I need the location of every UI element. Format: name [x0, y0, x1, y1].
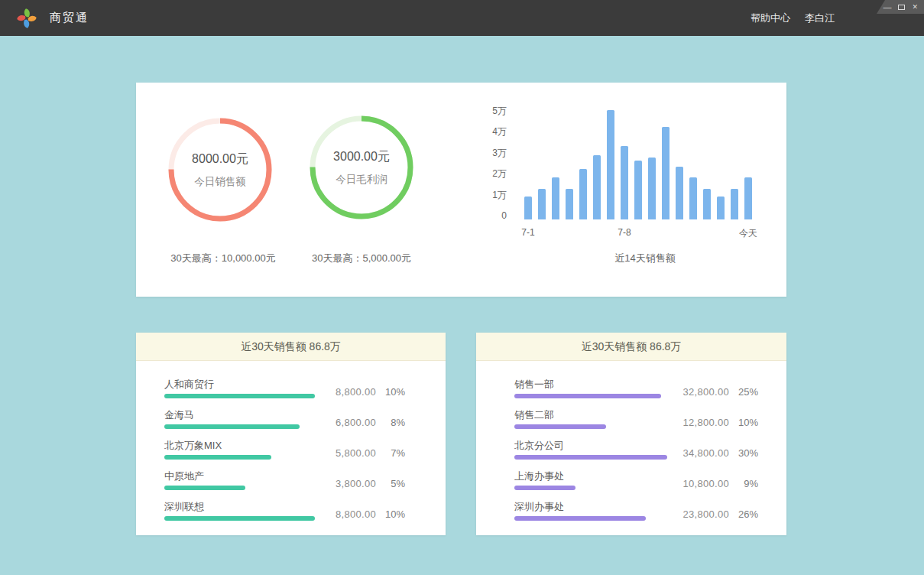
maximize-icon[interactable] — [898, 5, 905, 10]
rank-name: 上海办事处 — [514, 469, 564, 483]
rank-percent: 26% — [729, 508, 758, 521]
rank-bar — [164, 455, 271, 460]
rank-percent: 25% — [729, 386, 758, 398]
customer-rank-list: 人和商贸行8,800.0010%金海马6,800.008%北京万象MIX5,80… — [136, 361, 446, 530]
bar-day-12[interactable] — [676, 167, 683, 219]
rank-percent: 9% — [729, 478, 758, 490]
rank-row: 销售一部32,800.0025% — [514, 378, 758, 408]
rank-value: 34,800.00 — [672, 447, 729, 460]
rank-name: 金海马 — [164, 408, 194, 422]
titlebar: 商贸通 帮助中心 李白江 — ✕ — [0, 0, 924, 36]
rank-name: 中原地产 — [164, 469, 204, 483]
customer-rank-header: 近30天销售额 86.8万 — [136, 333, 446, 361]
rank-bar — [514, 516, 646, 521]
rank-percent: 10% — [729, 417, 758, 429]
rank-bar — [514, 424, 606, 429]
window-controls: — ✕ — [877, 0, 924, 14]
rank-bar — [164, 424, 300, 429]
rank-row: 上海办事处10,800.009% — [514, 469, 758, 499]
today-sales-donut: 8000.00元 今日销售额 — [163, 112, 277, 227]
x-tick-label: 今天 — [739, 227, 757, 240]
rank-value: 8,800.00 — [319, 508, 376, 521]
x-tick-label: 7-1 — [521, 227, 534, 238]
rank-value: 12,800.00 — [672, 417, 729, 429]
rank-name: 深圳办事处 — [514, 500, 564, 514]
rank-value: 10,800.00 — [672, 478, 729, 490]
rank-bar — [514, 486, 575, 490]
minimize-icon[interactable]: — — [883, 3, 891, 11]
department-rank-header: 近30天销售额 86.8万 — [476, 333, 786, 361]
bar-day-6[interactable] — [593, 155, 601, 219]
bar-day-2[interactable] — [538, 189, 546, 219]
app-title: 商贸通 — [50, 11, 89, 25]
bar-day-11[interactable] — [662, 127, 669, 219]
sales-30d-max: 30天最高：10,000.00元 — [147, 252, 300, 265]
department-rank-card: 近30天销售额 86.8万 销售一部32,800.0025%销售二部12,800… — [476, 333, 786, 535]
rank-value: 6,800.00 — [319, 417, 376, 429]
y-tick-label: 2万 — [471, 167, 507, 180]
rank-value: 8,800.00 — [319, 386, 376, 398]
rank-name: 深圳联想 — [164, 500, 204, 514]
rank-row: 人和商贸行8,800.0010% — [164, 378, 405, 408]
bar-day-5[interactable] — [579, 169, 587, 219]
chart-caption: 近14天销售额 — [569, 252, 721, 265]
rank-percent: 8% — [376, 417, 405, 429]
x-tick-label: 7-8 — [618, 227, 631, 238]
rank-value: 3,800.00 — [319, 478, 376, 490]
rank-value: 32,800.00 — [672, 386, 729, 398]
bar-day-13[interactable] — [689, 177, 697, 219]
sales-14d-bar-chart: 5万4万3万2万1万0 7-17-8今天 — [471, 105, 769, 242]
rank-value: 5,800.00 — [319, 447, 376, 460]
rank-name: 销售一部 — [514, 378, 554, 391]
bar-day-17[interactable] — [744, 177, 752, 219]
bar-day-7[interactable] — [607, 110, 614, 219]
y-tick-label: 1万 — [471, 189, 507, 201]
rank-row: 北京分公司34,800.0030% — [514, 439, 758, 469]
rank-row: 中原地产3,800.005% — [164, 469, 405, 499]
rank-name: 人和商贸行 — [164, 378, 214, 391]
rank-percent: 10% — [376, 508, 405, 521]
rank-bar — [164, 516, 315, 521]
today-profit-value: 3000.00元 — [333, 149, 390, 165]
today-sales-value: 8000.00元 — [192, 151, 248, 167]
rank-bar — [514, 455, 667, 460]
help-center-link[interactable]: 帮助中心 — [751, 11, 790, 25]
rank-bar — [164, 394, 315, 398]
bar-day-10[interactable] — [648, 158, 656, 219]
rank-row: 销售二部12,800.0010% — [514, 408, 758, 438]
bar-day-8[interactable] — [621, 146, 628, 219]
y-tick-label: 3万 — [471, 147, 507, 159]
profit-30d-max: 30天最高：5,000.00元 — [285, 252, 438, 265]
today-profit-donut: 3000.00元 今日毛利润 — [304, 110, 419, 225]
today-profit-label: 今日毛利润 — [336, 173, 387, 187]
today-sales-label: 今日销售额 — [194, 175, 246, 189]
rank-name: 北京万象MIX — [164, 439, 222, 453]
rank-value: 23,800.00 — [672, 508, 729, 521]
rank-row: 深圳联想8,800.0010% — [164, 500, 405, 530]
rank-row: 深圳办事处23,800.0026% — [514, 500, 758, 530]
rank-row: 金海马6,800.008% — [164, 408, 405, 438]
y-tick-label: 4万 — [471, 125, 507, 138]
rank-percent: 5% — [376, 478, 405, 490]
rank-percent: 30% — [729, 447, 758, 460]
bar-day-9[interactable] — [634, 161, 642, 219]
customer-rank-card: 近30天销售额 86.8万 人和商贸行8,800.0010%金海马6,800.0… — [136, 333, 446, 535]
bar-day-16[interactable] — [731, 189, 738, 219]
bar-day-15[interactable] — [717, 197, 725, 219]
department-rank-list: 销售一部32,800.0025%销售二部12,800.0010%北京分公司34,… — [476, 361, 786, 530]
overview-card: 8000.00元 今日销售额 30天最高：10,000.00元 3000.00元… — [136, 83, 786, 297]
rank-name: 北京分公司 — [514, 439, 564, 453]
plot-area — [524, 108, 754, 219]
rank-bar — [514, 394, 661, 398]
close-icon[interactable]: ✕ — [912, 3, 918, 11]
rank-row: 北京万象MIX5,800.007% — [164, 439, 405, 469]
bar-day-14[interactable] — [703, 189, 711, 219]
rank-name: 销售二部 — [514, 408, 554, 422]
app-logo-pinwheel-icon — [15, 7, 38, 30]
bar-day-4[interactable] — [566, 189, 573, 219]
bar-day-1[interactable] — [524, 197, 532, 219]
bar-day-3[interactable] — [552, 177, 559, 219]
rank-bar — [164, 486, 245, 490]
y-tick-label: 5万 — [471, 105, 507, 117]
username-menu[interactable]: 李白江 — [805, 11, 835, 25]
